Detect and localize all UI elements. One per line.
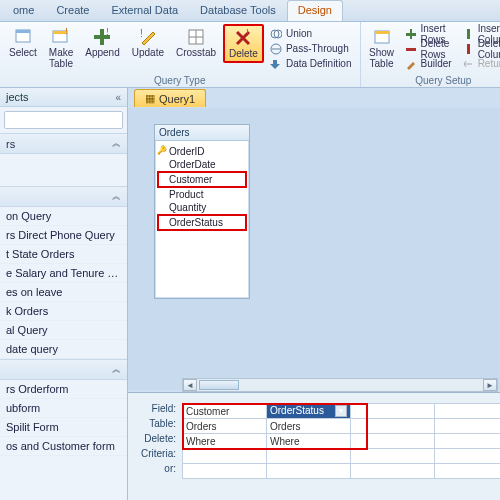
table-cell[interactable]: Orders	[267, 419, 351, 434]
delete-cell[interactable]	[435, 434, 501, 449]
list-item[interactable]: t State Orders	[0, 245, 127, 264]
list-item[interactable]: date query	[0, 340, 127, 359]
field-cell[interactable]	[435, 404, 501, 419]
criteria-cell[interactable]	[435, 449, 501, 464]
pass-through-button[interactable]: Pass-Through	[270, 41, 352, 56]
return-button[interactable]: Return:	[462, 56, 500, 71]
tab-database-tools[interactable]: Database Tools	[189, 0, 287, 21]
tab-create[interactable]: Create	[45, 0, 100, 21]
delete-button[interactable]: ! Delete	[223, 24, 264, 63]
select-button[interactable]: Select	[4, 24, 42, 61]
query-design-surface[interactable]: Orders OrderID OrderDate Customer Produc…	[128, 108, 500, 390]
chevron-up-icon: ︽	[112, 363, 121, 376]
crosstab-button[interactable]: Crosstab	[171, 24, 221, 61]
scroll-thumb[interactable]	[199, 380, 239, 390]
tablebox-title: Orders	[155, 125, 249, 141]
list-item[interactable]: os and Customer form	[0, 437, 127, 456]
table-cell[interactable]	[351, 419, 435, 434]
update-button[interactable]: ! Update	[127, 24, 169, 61]
append-icon: !	[92, 27, 112, 47]
list-item[interactable]: k Orders	[0, 302, 127, 321]
list-item[interactable]: ubform	[0, 399, 127, 418]
field-cell[interactable]: Customer	[183, 404, 267, 419]
field-list: OrderID OrderDate Customer Product Quant…	[155, 141, 249, 233]
list-item[interactable]: Spilit Form	[0, 418, 127, 437]
svg-rect-21	[406, 48, 416, 51]
insert-columns-icon	[462, 28, 474, 40]
delete-columns-button[interactable]: Delete Columns	[462, 41, 500, 56]
append-label: Append	[85, 47, 119, 58]
delete-columns-icon	[462, 43, 474, 55]
nav-section-forms[interactable]: ︽	[0, 359, 127, 380]
append-button[interactable]: ! Append	[80, 24, 124, 61]
table-cell[interactable]	[435, 419, 501, 434]
criteria-cell[interactable]	[267, 449, 351, 464]
list-item[interactable]: e Salary and Tenure Q...	[0, 264, 127, 283]
data-definition-button[interactable]: Data Definition	[270, 56, 352, 71]
collapse-icon[interactable]: «	[115, 92, 121, 103]
union-icon	[270, 28, 282, 40]
list-item[interactable]: es on leave	[0, 283, 127, 302]
field-orderstatus[interactable]: OrderStatus	[157, 214, 247, 231]
field-product[interactable]: Product	[159, 188, 245, 201]
or-cell[interactable]	[183, 464, 267, 479]
hscrollbar[interactable]: ◄ ►	[182, 378, 498, 392]
or-cell[interactable]	[351, 464, 435, 479]
delete-cell[interactable]: Where	[267, 434, 351, 449]
field-cell-selected[interactable]: OrderStatus ▾	[267, 404, 351, 419]
list-item[interactable]: on Query	[0, 207, 127, 226]
svg-rect-22	[467, 29, 470, 39]
table-cell[interactable]: Orders	[183, 419, 267, 434]
list-item[interactable]: rs Direct Phone Query	[0, 226, 127, 245]
tab-external-data[interactable]: External Data	[100, 0, 189, 21]
svg-rect-19	[375, 31, 389, 34]
criteria-cell[interactable]	[351, 449, 435, 464]
delete-rows-button[interactable]: Delete Rows	[405, 41, 452, 56]
tab-home[interactable]: ome	[2, 0, 45, 21]
field-cell[interactable]	[351, 404, 435, 419]
or-cell[interactable]	[267, 464, 351, 479]
search-input[interactable]	[8, 114, 128, 126]
content-area: ▦ Query1 Orders OrderID OrderDate Custom…	[128, 88, 500, 500]
make-table-icon: !	[51, 27, 71, 47]
navpane-header[interactable]: jects «	[0, 88, 127, 107]
doc-tab-query1[interactable]: ▦ Query1	[134, 89, 206, 107]
nav-section-tables[interactable]: rs ︽	[0, 133, 127, 154]
builder-button[interactable]: Builder	[405, 56, 452, 71]
criteria-cell[interactable]	[183, 449, 267, 464]
make-table-button[interactable]: ! Make Table	[44, 24, 78, 72]
field-orderid[interactable]: OrderID	[159, 145, 245, 158]
show-table-button[interactable]: Show Table	[365, 24, 399, 72]
insert-rows-icon	[405, 28, 417, 40]
table-box-orders[interactable]: Orders OrderID OrderDate Customer Produc…	[154, 124, 250, 299]
nav-query-items: on Query rs Direct Phone Query t State O…	[0, 207, 127, 359]
scroll-right-button[interactable]: ►	[483, 379, 497, 391]
document-tabbar: ▦ Query1	[128, 88, 500, 108]
field-quantity[interactable]: Quantity	[159, 201, 245, 214]
delete-cell[interactable]: Where	[183, 434, 267, 449]
tab-design[interactable]: Design	[287, 0, 343, 21]
or-cell[interactable]	[435, 464, 501, 479]
pass-through-icon	[270, 43, 282, 55]
select-label: Select	[9, 47, 37, 58]
group-query-type: Select ! Make Table ! Append ! Update	[0, 22, 361, 87]
list-item[interactable]: al Query	[0, 321, 127, 340]
delete-cell[interactable]	[351, 434, 435, 449]
dropdown-arrow-icon[interactable]: ▾	[335, 405, 347, 417]
nav-section-queries[interactable]: ︽	[0, 186, 127, 207]
show-table-label: Show Table	[369, 47, 394, 69]
update-icon: !	[138, 27, 158, 47]
chevron-up-icon: ︽	[112, 190, 121, 203]
field-customer[interactable]: Customer	[157, 171, 247, 188]
search-box[interactable]: 🔍	[4, 111, 123, 129]
union-button[interactable]: Union	[270, 26, 352, 41]
update-label: Update	[132, 47, 164, 58]
scroll-left-button[interactable]: ◄	[183, 379, 197, 391]
field-orderdate[interactable]: OrderDate	[159, 158, 245, 171]
list-item[interactable]: rs Orderform	[0, 380, 127, 399]
delete-icon: !	[233, 28, 253, 48]
show-table-icon	[372, 27, 392, 47]
chevron-up-icon: ︽	[112, 137, 121, 150]
return-icon	[462, 58, 474, 70]
grid-row-labels: Field: Table: Delete: Criteria: or:	[128, 403, 182, 478]
